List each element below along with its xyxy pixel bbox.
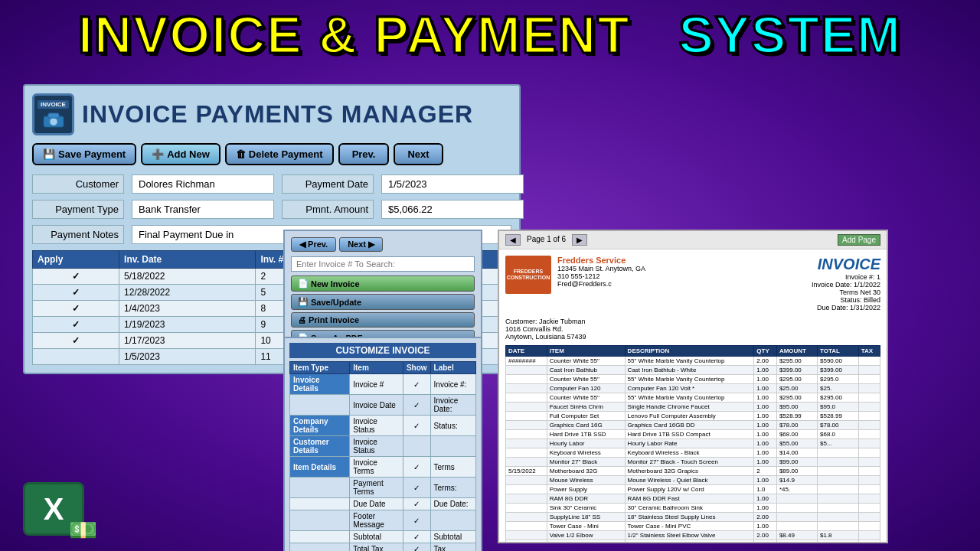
prev-button[interactable]: Prev. (338, 143, 390, 165)
company-info: Fredders Service 12345 Main St. Anytown,… (557, 256, 645, 288)
li-qty: 1.00 (754, 403, 777, 412)
new-invoice-button[interactable]: 📄 New Invoice (291, 276, 475, 292)
li-qty: 1.00 (754, 504, 777, 513)
payment-type-input[interactable] (132, 200, 274, 219)
li-amount: $399.00 (776, 366, 817, 375)
li-tax (858, 366, 880, 375)
line-item-row: Cast Iron Bathtub Cast Iron Bathtub - Wh… (506, 366, 880, 375)
date-cell: 1/4/2023 (119, 301, 256, 317)
delete-payment-button[interactable]: 🗑 Delete Payment (225, 143, 334, 165)
cust-item-cell: Subtotal (350, 531, 403, 543)
li-item: Keyboard Wireless (547, 448, 625, 458)
customize-title: CUSTOMIZE INVOICE (289, 343, 476, 358)
li-date: 5/15/2022 (506, 467, 547, 476)
print-label: Print Invoice (309, 315, 359, 324)
invoice-num: Invoice #: 1 (812, 273, 880, 281)
new-invoice-icon: 📄 (298, 279, 309, 289)
li-desc: Graphics Card 16GB DD (625, 421, 754, 430)
next-button[interactable]: Next (394, 143, 443, 165)
li-amount (776, 513, 817, 522)
li-qty: 2 (754, 467, 777, 476)
line-item-row: Graphics Card 16G Graphics Card 16GB DD … (506, 421, 880, 430)
inv-date-val: 1/1/2022 (854, 281, 880, 289)
li-total (817, 448, 858, 458)
cust-item-cell: Due Date (350, 498, 403, 510)
li-desc: Keyboard Wireless - Black (625, 448, 754, 458)
cust-type-cell: Item Details (290, 457, 350, 478)
search-next-button[interactable]: Next ▶ (339, 237, 383, 252)
li-amount: $99.00 (776, 458, 817, 467)
customer-input[interactable] (132, 174, 274, 194)
col-date: DATE (506, 346, 547, 357)
li-tax (858, 375, 880, 384)
li-date (506, 421, 547, 430)
line-item-row: Mouse Wireless Mouse Wireless - Quiet Bl… (506, 476, 880, 485)
li-desc: 30" Ceramic Bathroom Sink (625, 504, 754, 513)
pmnt-amount-label: Pmnt. Amount (282, 200, 374, 219)
li-qty: 1.00 (754, 476, 777, 485)
cust-item-cell: Total Tax (350, 543, 403, 552)
page-info: Page 1 of 6 (524, 234, 569, 246)
payment-notes-label: Payment Notes (32, 225, 124, 244)
li-item: Counter White 55" (547, 393, 625, 403)
inv-terms-val: Net 30 (860, 289, 880, 296)
li-tax (858, 485, 880, 494)
line-item-row: Full Computer Set Lenovo Full Computer A… (506, 412, 880, 421)
li-desc: Tower Case - Mini PVC (625, 522, 754, 531)
li-item: RAM 8G DDR (547, 494, 625, 504)
li-amount: $95.00 (776, 403, 817, 412)
li-tax (858, 476, 880, 485)
title-bar: INVOICE & PAYMENT SYSTEM (0, 0, 980, 69)
li-item: Graphics Card 16G (547, 421, 625, 430)
doc-top: FREDDERSCONSTRUCTION Fredders Service 12… (505, 256, 880, 311)
doc-prev-button[interactable]: ◀ (505, 234, 521, 246)
li-date (506, 375, 547, 384)
li-amount: $295.00 (776, 393, 817, 403)
li-amount (776, 504, 817, 513)
col-tax: TAX (858, 346, 880, 357)
li-date (506, 513, 547, 522)
invoice-search-input[interactable] (291, 256, 475, 272)
doc-body: FREDDERSCONSTRUCTION Fredders Service 12… (499, 249, 887, 543)
date-cell: 1/19/2023 (119, 317, 256, 333)
add-page-button[interactable]: Add Page (838, 234, 880, 246)
li-total (817, 458, 858, 467)
customer-block: Customer: Jackie Tubman 1016 Convallis R… (505, 318, 880, 341)
li-date (506, 448, 547, 458)
li-total: $1.8 (817, 531, 858, 540)
li-total: $95.0 (817, 403, 858, 412)
li-item: Hourly Labor (547, 439, 625, 448)
customize-table: Item Type Item Show Label Invoice Detail… (289, 361, 476, 551)
add-new-button[interactable]: ➕ Add New (141, 143, 220, 165)
customize-row: Due Date ✓ Due Date: (290, 498, 476, 510)
li-total: $295.00 (817, 393, 858, 403)
li-tax (858, 522, 880, 531)
li-amount: $14.00 (776, 448, 817, 458)
cust-city: Anytown, Louisiana 57439 (505, 333, 880, 341)
li-qty: 2.00 (754, 513, 777, 522)
line-item-row: ######## Counter White 55" 55" White Mar… (506, 357, 880, 366)
invoice-document: ◀ Page 1 of 6 ▶ Add Page FREDDERSCONSTRU… (498, 230, 888, 543)
save-payment-button[interactable]: 💾 Save Payment (32, 143, 136, 165)
customize-row: Customer Details Invoice Status (290, 436, 476, 457)
li-item: Cast Iron Bathtub (547, 366, 625, 375)
doc-next-button[interactable]: ▶ (572, 234, 587, 246)
pmnt-amount-input[interactable] (381, 200, 524, 219)
logo-company-name: FREDDERSCONSTRUCTION (507, 269, 550, 282)
delete-icon: 🗑 (236, 148, 246, 160)
li-item: Motherboard 32G (547, 467, 625, 476)
cust-label-cell: Subtotal (430, 531, 475, 543)
cust-show-cell: ✓ (403, 498, 430, 510)
li-desc: 1/2" Stainless Steel Elbow Valve (625, 531, 754, 540)
li-total: $590.00 (817, 357, 858, 366)
save-update-button[interactable]: 💾 Save/Update (291, 294, 475, 310)
print-invoice-button[interactable]: 🖨 Print Invoice (291, 312, 475, 328)
li-tax (858, 403, 880, 412)
li-amount: $55.00 (776, 439, 817, 448)
save-icon: 💾 (43, 148, 55, 160)
li-amount: $14.9 (776, 476, 817, 485)
payment-date-input[interactable] (381, 174, 524, 194)
customize-row: Invoice Details Invoice # ✓ Invoice #: (290, 374, 476, 395)
search-prev-button[interactable]: ◀ Prev. (291, 237, 336, 252)
li-date (506, 430, 547, 439)
